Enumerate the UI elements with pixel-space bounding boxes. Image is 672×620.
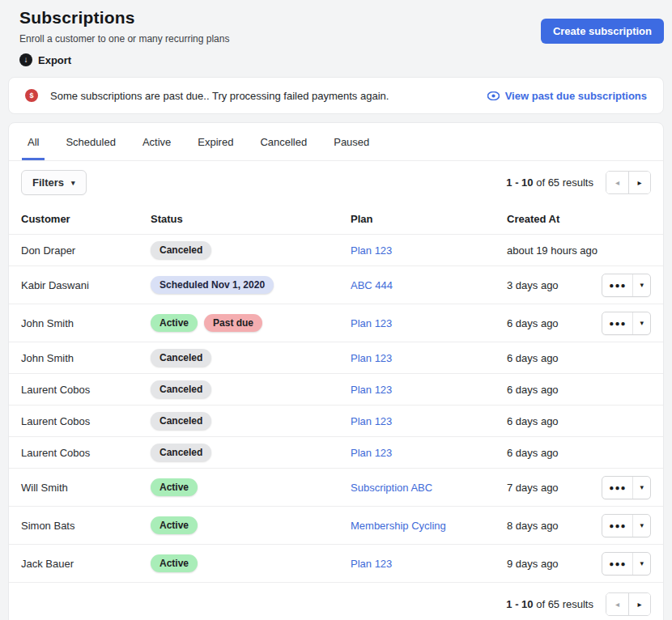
past-due-alert-icon: $ — [25, 89, 38, 102]
customer-name: Don Draper — [21, 244, 151, 257]
status-tabs: AllScheduledActiveExpiredCancelledPaused — [9, 123, 663, 161]
plan-link[interactable]: Plan 123 — [351, 558, 392, 570]
tab-cancelled[interactable]: Cancelled — [254, 123, 313, 160]
table-row: John SmithCanceledPlan 1236 days ago — [9, 342, 663, 374]
created-at: 6 days ago — [507, 384, 601, 396]
plan-link[interactable]: Plan 123 — [351, 244, 392, 257]
more-options-icon[interactable]: ●●● — [602, 312, 632, 334]
customer-name: Will Smith — [21, 482, 151, 494]
status-badges: Active — [151, 516, 351, 534]
customer-name: Laurent Cobos — [21, 415, 151, 427]
plan-link[interactable]: Plan 123 — [351, 317, 392, 329]
table-row: Jack BauerActivePlan 1239 days ago●●●▾ — [9, 545, 663, 583]
plan-cell: ABC 444 — [351, 279, 507, 291]
plan-link[interactable]: Subscription ABC — [351, 482, 432, 494]
table-row: Kabir DaswaniScheduled Nov 1, 2020ABC 44… — [9, 266, 663, 304]
plan-link[interactable]: ABC 444 — [351, 279, 393, 291]
row-actions-button[interactable]: ●●●▾ — [602, 274, 651, 297]
plan-link[interactable]: Plan 123 — [351, 384, 392, 396]
created-at: about 19 hours ago — [507, 244, 601, 257]
customer-name: Laurent Cobos — [21, 384, 151, 396]
plan-link[interactable]: Plan 123 — [351, 352, 392, 364]
status-badges: Canceled — [151, 349, 351, 367]
page-header: Subscriptions Enroll a customer to one o… — [0, 0, 672, 66]
plan-link[interactable]: Plan 123 — [351, 447, 392, 459]
column-header-created-at: Created At — [507, 213, 601, 225]
status-badges: Active — [151, 554, 351, 572]
status-cell: Canceled — [151, 412, 351, 430]
row-actions-button[interactable]: ●●●▾ — [602, 514, 651, 537]
status-badge-active: Active — [151, 516, 198, 534]
pager-buttons: ◂ ▸ — [606, 171, 651, 194]
created-at: 6 days ago — [507, 447, 601, 459]
eye-icon — [487, 91, 500, 100]
more-options-icon[interactable]: ●●● — [602, 274, 632, 296]
status-cell: Canceled — [151, 444, 351, 461]
column-header-customer: Customer — [21, 213, 151, 225]
status-badges: Canceled — [151, 444, 351, 461]
status-badge-canceled: Canceled — [151, 380, 211, 398]
view-past-due-link-label: View past due subscriptions — [505, 90, 647, 102]
next-page-button[interactable]: ▸ — [628, 172, 650, 193]
actions-cell: ●●●▾ — [601, 552, 651, 575]
pagination-bottom: 1 - 10 of 65 results ◂ ▸ — [9, 583, 663, 620]
status-badges: Scheduled Nov 1, 2020 — [151, 276, 351, 294]
row-actions-button[interactable]: ●●●▾ — [602, 552, 651, 575]
customer-name: Kabir Daswani — [21, 279, 151, 291]
tab-all[interactable]: All — [22, 123, 45, 160]
filters-button-label: Filters — [32, 176, 64, 189]
row-actions-button[interactable]: ●●●▾ — [602, 312, 651, 335]
chevron-down-icon[interactable]: ▾ — [632, 515, 650, 537]
more-options-icon[interactable]: ●●● — [602, 477, 632, 499]
tab-paused[interactable]: Paused — [328, 123, 375, 160]
export-button-label: Export — [38, 54, 71, 66]
status-badge-canceled: Canceled — [151, 444, 211, 461]
chevron-down-icon: ▾ — [71, 179, 75, 187]
plan-link[interactable]: Membership Cycling — [351, 520, 446, 532]
status-badge-active: Active — [151, 554, 198, 572]
column-header-plan: Plan — [351, 213, 507, 225]
subscriptions-panel: AllScheduledActiveExpiredCancelledPaused… — [8, 122, 664, 620]
status-cell: Active — [151, 516, 351, 534]
tab-expired[interactable]: Expired — [192, 123, 239, 160]
status-badges: Active — [151, 478, 351, 496]
created-at: 3 days ago — [507, 279, 601, 291]
tab-scheduled[interactable]: Scheduled — [60, 123, 121, 160]
download-circle-icon: ↓ — [19, 53, 32, 66]
chevron-down-icon[interactable]: ▾ — [632, 553, 650, 575]
customer-name: Jack Bauer — [21, 558, 151, 570]
status-badge-active: Active — [151, 478, 198, 496]
table-body: Don DraperCanceledPlan 123about 19 hours… — [9, 235, 663, 583]
view-past-due-link[interactable]: View past due subscriptions — [487, 90, 647, 102]
export-button[interactable]: ↓ Export — [19, 53, 71, 66]
more-options-icon[interactable]: ●●● — [602, 553, 632, 575]
plan-cell: Membership Cycling — [351, 520, 507, 532]
chevron-down-icon[interactable]: ▾ — [632, 274, 650, 296]
status-badge-canceled: Canceled — [151, 241, 211, 259]
plan-cell: Plan 123 — [351, 415, 507, 427]
results-count: 1 - 10 of 65 results — [506, 598, 593, 610]
table-row: Laurent CobosCanceledPlan 1236 days ago — [9, 437, 663, 469]
plan-link[interactable]: Plan 123 — [351, 415, 392, 427]
next-page-button[interactable]: ▸ — [628, 593, 650, 615]
status-cell: Active — [151, 554, 351, 572]
filters-button[interactable]: Filters ▾ — [21, 170, 87, 195]
table-row: Laurent CobosCanceledPlan 1236 days ago — [9, 374, 663, 406]
past-due-alert-banner: $ Some subscriptions are past due.. Try … — [8, 77, 664, 114]
status-badge-canceled: Canceled — [151, 349, 211, 367]
plan-cell: Subscription ABC — [351, 482, 507, 494]
more-options-icon[interactable]: ●●● — [602, 515, 632, 537]
create-subscription-button[interactable]: Create subscription — [541, 19, 664, 44]
chevron-down-icon[interactable]: ▾ — [632, 312, 650, 334]
status-cell: Canceled — [151, 349, 351, 367]
created-at: 7 days ago — [507, 482, 601, 494]
created-at: 6 days ago — [507, 317, 601, 329]
tab-active[interactable]: Active — [137, 123, 177, 160]
row-actions-button[interactable]: ●●●▾ — [602, 476, 651, 499]
status-badges: Canceled — [151, 241, 351, 259]
chevron-down-icon[interactable]: ▾ — [632, 477, 650, 499]
prev-page-button[interactable]: ◂ — [606, 172, 628, 193]
prev-page-button[interactable]: ◂ — [606, 593, 628, 615]
status-badge-active: Active — [151, 314, 198, 332]
table-toolbar: Filters ▾ 1 - 10 of 65 results ◂ ▸ — [9, 161, 663, 204]
